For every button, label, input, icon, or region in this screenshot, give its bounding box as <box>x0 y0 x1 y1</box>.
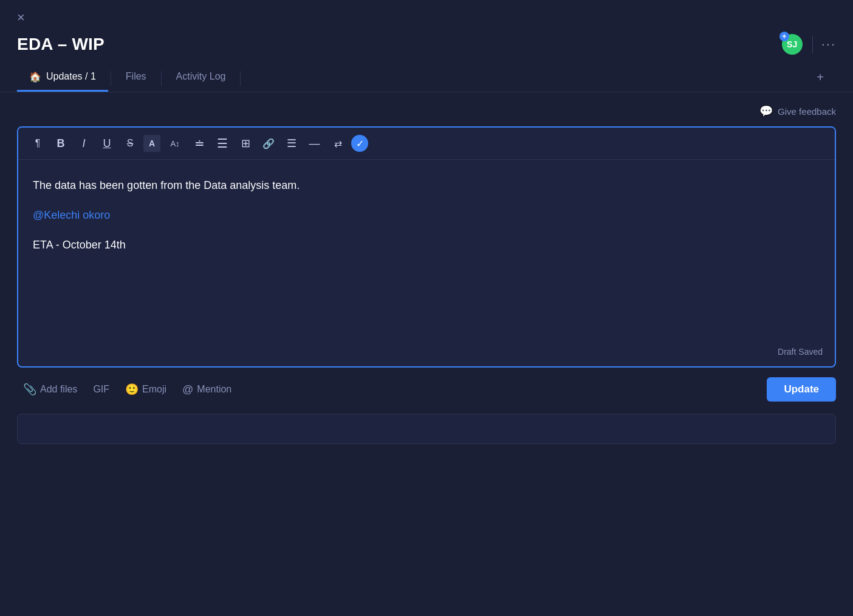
at-icon: @ <box>182 383 193 396</box>
font-color-button[interactable]: A <box>143 135 160 152</box>
mention-button[interactable]: @ Mention <box>176 380 238 400</box>
editor-toolbar: ¶ B I U S A A↕ ≐ ☰ ⊞ 🔗 ☰ — ⇄ ✓ <box>18 128 835 160</box>
add-tab-button[interactable]: + <box>804 64 836 92</box>
bold-button[interactable]: B <box>51 134 70 153</box>
main-content: 💬 Give feedback ¶ B I U S A A↕ ≐ ☰ ⊞ 🔗 ☰… <box>0 92 853 459</box>
tab-activity-log-label: Activity Log <box>176 71 226 82</box>
table-button[interactable]: ⊞ <box>236 134 255 153</box>
font-size-button[interactable]: A↕ <box>164 134 186 153</box>
unordered-list-button[interactable]: ☰ <box>213 134 232 153</box>
bottom-bar: 📎 Add files GIF 🙂 Emoji @ Mention Update <box>17 368 836 402</box>
ordered-list-button[interactable]: ≐ <box>190 134 209 153</box>
paragraph-button[interactable]: ¶ <box>28 134 47 153</box>
add-files-label: Add files <box>40 384 77 395</box>
hr-button[interactable]: — <box>305 134 324 153</box>
mention-label: Mention <box>197 384 231 395</box>
avatar-initials: SJ <box>787 39 797 49</box>
tab-files-label: Files <box>126 71 146 82</box>
emoji-button[interactable]: 🙂 Emoji <box>119 379 173 400</box>
tab-divider-1 <box>111 71 111 86</box>
strikethrough-button[interactable]: S <box>120 134 140 153</box>
tab-updates[interactable]: 🏠 Updates / 1 <box>17 65 108 92</box>
editor-line-3: ETA - October 14th <box>33 236 820 254</box>
close-button[interactable]: × <box>17 11 25 24</box>
align-button[interactable]: ☰ <box>282 134 301 153</box>
tab-activity-log[interactable]: Activity Log <box>164 65 238 91</box>
paperclip-icon: 📎 <box>23 383 36 396</box>
underline-button[interactable]: U <box>97 134 117 153</box>
editor-body[interactable]: The data has been gotten from the Data a… <box>18 160 835 366</box>
gif-label: GIF <box>93 384 109 395</box>
top-bar: × EDA – WIP + SJ ··· 🏠 Updates / 1 Files <box>0 0 853 92</box>
tab-files[interactable]: Files <box>114 65 159 91</box>
title-right: + SJ ··· <box>781 33 836 56</box>
check-button[interactable]: ✓ <box>351 135 368 152</box>
add-files-button[interactable]: 📎 Add files <box>17 379 83 400</box>
avatar-add-icon: + <box>779 32 789 41</box>
update-button[interactable]: Update <box>767 377 836 402</box>
window-title: EDA – WIP <box>17 35 104 54</box>
more-options-button[interactable]: ··· <box>821 36 836 52</box>
smiley-icon: 🙂 <box>125 383 139 396</box>
gif-button[interactable]: GIF <box>87 380 115 399</box>
header-divider <box>812 36 813 53</box>
give-feedback-button[interactable]: 💬 Give feedback <box>759 104 836 118</box>
italic-button[interactable]: I <box>74 134 94 153</box>
link-button[interactable]: 🔗 <box>259 134 278 153</box>
editor-line-1: The data has been gotten from the Data a… <box>33 177 820 194</box>
feedback-label: Give feedback <box>778 106 836 117</box>
tab-row: 🏠 Updates / 1 Files Activity Log + <box>17 64 836 92</box>
editor-wrapper: ¶ B I U S A A↕ ≐ ☰ ⊞ 🔗 ☰ — ⇄ ✓ The data … <box>17 126 836 368</box>
rtl-button[interactable]: ⇄ <box>328 134 348 153</box>
tab-divider-2 <box>161 71 162 86</box>
avatar-group: + SJ <box>781 33 804 56</box>
emoji-label: Emoji <box>142 384 166 395</box>
editor-mention[interactable]: @Kelechi okoro <box>33 209 820 222</box>
feedback-row: 💬 Give feedback <box>17 104 836 118</box>
home-icon: 🏠 <box>29 71 41 83</box>
tab-updates-label: Updates / 1 <box>46 71 96 82</box>
draft-saved-label: Draft Saved <box>778 347 823 357</box>
feedback-icon: 💬 <box>759 104 773 118</box>
title-row: EDA – WIP + SJ ··· <box>17 33 836 56</box>
close-row: × <box>17 11 836 24</box>
tab-divider-3 <box>240 71 241 86</box>
avatar[interactable]: + SJ <box>781 33 804 56</box>
bottom-hint-bar <box>17 414 836 444</box>
